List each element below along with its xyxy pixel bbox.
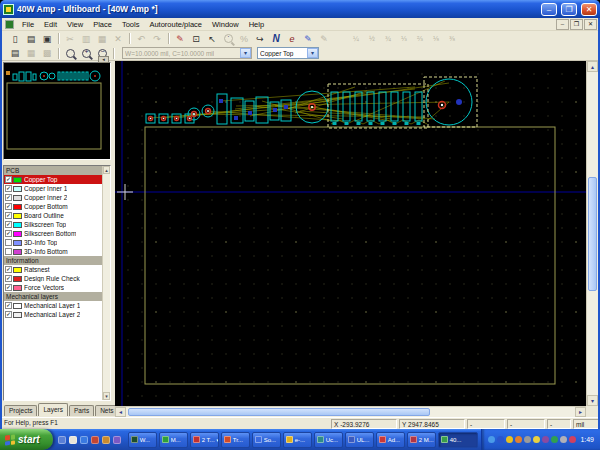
close-button[interactable]: ✕ xyxy=(581,3,597,16)
layer-checkbox[interactable]: ✓ xyxy=(5,194,12,201)
menu-edit[interactable]: Edit xyxy=(39,20,62,29)
place-text-icon[interactable]: N xyxy=(268,32,284,45)
layer-checkbox[interactable]: ✓ xyxy=(5,185,12,192)
vertical-scroll-thumb[interactable] xyxy=(588,177,597,291)
zoom-select-icon[interactable]: · xyxy=(220,32,236,45)
trace-7-icon[interactable]: ⅜ xyxy=(444,32,460,45)
scroll-down-icon[interactable]: ▾ xyxy=(103,392,110,400)
tray-icon-10[interactable] xyxy=(569,436,576,443)
layer-row-silkscreen-bottom[interactable]: ✓Silkscreen Bottom xyxy=(4,229,102,238)
minimize-button[interactable]: – xyxy=(541,3,557,16)
layer-row-copper-inner-2[interactable]: ✓Copper Inner 2 xyxy=(4,193,102,202)
scroll-up-icon[interactable]: ▴ xyxy=(587,61,598,72)
layer-checkbox[interactable]: ✓ xyxy=(5,311,12,318)
trace-6-icon[interactable]: ⅛ xyxy=(428,32,444,45)
quick-launch-icon-2[interactable] xyxy=(69,436,77,444)
quick-launch-icon-6[interactable] xyxy=(113,436,121,444)
task-button-ul-[interactable]: UL... xyxy=(345,432,374,448)
scroll-left-icon[interactable]: ◂ xyxy=(115,407,126,417)
zoom-in-icon[interactable]: + xyxy=(78,47,94,60)
layer-checkbox[interactable]: ✓ xyxy=(5,284,12,291)
layer-row-board-outline[interactable]: ✓Board Outline xyxy=(4,211,102,220)
grid-b-icon[interactable]: ▩ xyxy=(39,47,55,60)
menu-view[interactable]: View xyxy=(62,20,88,29)
copy-icon[interactable]: ▥ xyxy=(78,32,94,45)
layer-checkbox[interactable]: ✓ xyxy=(5,266,12,273)
layer-row-copper-top[interactable]: ✓Copper Top xyxy=(4,175,102,184)
birds-eye-view[interactable]: ◂ xyxy=(3,62,111,160)
tray-icon-6[interactable] xyxy=(533,436,540,443)
draw-pencil-icon[interactable]: ✎ xyxy=(300,32,316,45)
task-button-e-[interactable]: e-... xyxy=(283,432,312,448)
layer-checkbox[interactable]: ✓ xyxy=(5,212,12,219)
tray-icon-5[interactable] xyxy=(524,436,531,443)
scroll-down-icon[interactable]: ▾ xyxy=(587,395,598,406)
trace-2-icon[interactable]: ½ xyxy=(364,32,380,45)
task-button-so-[interactable]: So... xyxy=(252,432,281,448)
layer-checkbox[interactable] xyxy=(5,248,12,255)
quick-launch-icon-3[interactable] xyxy=(80,436,88,444)
layer-row-copper-inner-1[interactable]: ✓Copper Inner 1 xyxy=(4,184,102,193)
horizontal-scrollbar[interactable]: ◂ ▸ xyxy=(115,406,586,417)
layer-row-mechanical-layer-2[interactable]: ✓Mechanical Layer 2 xyxy=(4,310,102,319)
tab-projects[interactable]: Projects xyxy=(4,405,37,416)
trace-4-icon[interactable]: ⅓ xyxy=(396,32,412,45)
task-button-tr-[interactable]: Tr... xyxy=(221,432,250,448)
draw-pencil-2-icon[interactable]: ✎ xyxy=(316,32,332,45)
trace-3-icon[interactable]: ¾ xyxy=(380,32,396,45)
mdi-restore-button[interactable]: ❐ xyxy=(570,19,583,30)
quick-launch-icon-4[interactable] xyxy=(91,436,99,444)
pane-grip-icon[interactable]: ◂ xyxy=(98,56,109,63)
task-button-w-[interactable]: W... xyxy=(128,432,157,448)
menu-window[interactable]: Window xyxy=(207,20,244,29)
mdi-close-button[interactable]: ✕ xyxy=(584,19,597,30)
task-button-m-[interactable]: M... xyxy=(159,432,188,448)
layer-row-design-rule-check[interactable]: ✓Design Rule Check xyxy=(4,274,102,283)
tray-icon-9[interactable] xyxy=(560,436,567,443)
task-button-2-t-[interactable]: 2 T...▾ xyxy=(190,432,219,448)
quick-launch-icon-1[interactable] xyxy=(58,436,66,444)
task-button-40-[interactable]: 40... xyxy=(438,432,478,448)
layer-row-silkscreen-top[interactable]: ✓Silkscreen Top xyxy=(4,220,102,229)
menu-place[interactable]: Place xyxy=(88,20,117,29)
cut-icon[interactable]: ✂ xyxy=(62,32,78,45)
delete-icon[interactable]: ✕ xyxy=(110,32,126,45)
chevron-down-icon[interactable]: ▾ xyxy=(240,48,251,58)
vertical-scrollbar[interactable]: ▴ ▾ xyxy=(586,61,598,406)
open-icon[interactable]: ▤ xyxy=(23,32,39,45)
save-icon[interactable]: ▣ xyxy=(39,32,55,45)
quick-launch-icon-5[interactable] xyxy=(102,436,110,444)
menu-help[interactable]: Help xyxy=(244,20,269,29)
menu-autoroute-place[interactable]: Autoroute/place xyxy=(144,20,207,29)
layer-checkbox[interactable]: ✓ xyxy=(5,176,12,183)
new-icon[interactable]: ▯ xyxy=(7,32,23,45)
goto-icon[interactable]: ↪ xyxy=(252,32,268,45)
layer-row-force-vectors[interactable]: ✓Force Vectors xyxy=(4,283,102,292)
stamp-icon[interactable]: ⊡ xyxy=(188,32,204,45)
tray-icon-3[interactable] xyxy=(506,436,513,443)
tray-icon-2[interactable] xyxy=(497,436,504,443)
tray-icon-7[interactable] xyxy=(542,436,549,443)
layer-checkbox[interactable]: ✓ xyxy=(5,221,12,228)
menu-tools[interactable]: Tools xyxy=(117,20,145,29)
layer-checkbox[interactable]: ✓ xyxy=(5,275,12,282)
script-icon[interactable]: e xyxy=(284,32,300,45)
tab-parts[interactable]: Parts xyxy=(69,405,94,416)
place-pen-icon[interactable]: ✎ xyxy=(172,32,188,45)
task-button-uc-[interactable]: Uc... xyxy=(314,432,343,448)
layer-checkbox[interactable]: ✓ xyxy=(5,203,12,210)
magnify-icon[interactable] xyxy=(62,47,78,60)
undo-icon[interactable]: ↶ xyxy=(133,32,149,45)
trace-5-icon[interactable]: ⅔ xyxy=(412,32,428,45)
tray-icon-1[interactable] xyxy=(488,436,495,443)
start-button[interactable]: start xyxy=(0,429,53,450)
board-outline[interactable] xyxy=(145,127,555,384)
trace-1-icon[interactable]: ¼ xyxy=(348,32,364,45)
layer-row-3d-info-bottom[interactable]: 3D-Info Bottom xyxy=(4,247,102,256)
select-tool-icon[interactable]: ↖ xyxy=(204,32,220,45)
redo-icon[interactable]: ↷ xyxy=(149,32,165,45)
paste-icon[interactable]: ▦ xyxy=(94,32,110,45)
pcb-canvas[interactable] xyxy=(115,61,586,406)
task-button-2-m-[interactable]: 2 M...▾ xyxy=(407,432,436,448)
trace-width-combo[interactable]: W=10.0000 mil, C=10.0000 mil ▾ xyxy=(122,47,252,59)
